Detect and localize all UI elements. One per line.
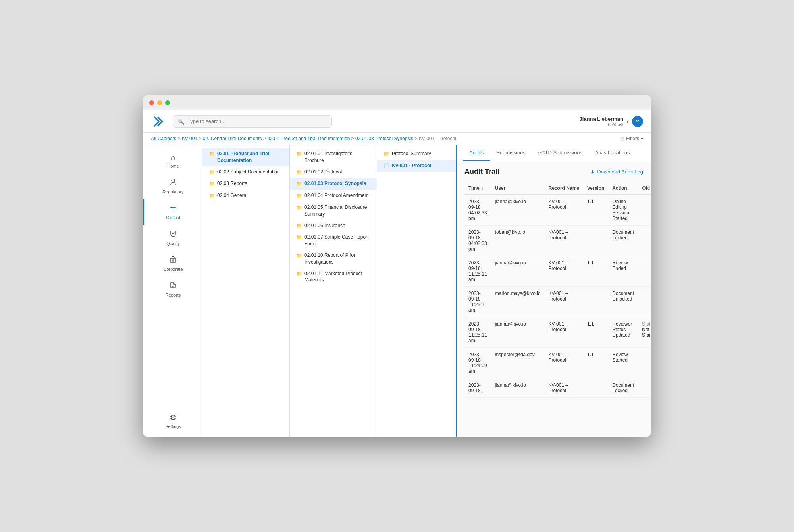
cell-version	[583, 226, 608, 256]
cell-version: 1.1	[583, 317, 608, 348]
minimize-button[interactable]	[157, 100, 162, 105]
tabs-bar: Audits Submissions eCTD Submissions Alia…	[457, 145, 651, 161]
cell-record-name: KV-001 – Protocol	[545, 378, 583, 398]
sidebar-item-quality[interactable]: Quality	[143, 225, 202, 251]
tab-audits[interactable]: Audits	[463, 145, 490, 161]
download-audit-log-button[interactable]: ⬇ Download Audit Log	[590, 169, 643, 175]
breadcrumb-central[interactable]: 02. Central Trial Documents	[203, 136, 262, 141]
tree-item-0201[interactable]: 📁 02.01 Product and Trial Documentation	[202, 148, 289, 166]
audit-content: Audit Trail ⬇ Download Audit Log Time ↕	[457, 161, 651, 437]
svg-rect-4	[172, 260, 174, 261]
search-input[interactable]	[187, 118, 328, 124]
tree-item-0204[interactable]: 📁 02.04 General	[202, 190, 289, 202]
breadcrumb-current: KV-001 - Protocol	[419, 136, 456, 141]
tab-submissions[interactable]: Submissions	[490, 145, 532, 161]
col-time[interactable]: Time ↕	[464, 182, 491, 195]
tree-item-020110[interactable]: 📁 02.01.10 Report of Prior Investigation…	[290, 250, 377, 268]
sidebar-item-label: Corporate	[164, 267, 183, 272]
cell-user: inspector@fda.gov	[491, 348, 545, 378]
maximize-button[interactable]	[165, 100, 170, 105]
logo	[151, 114, 167, 129]
sidebar-item-settings[interactable]: ⚙ Settings	[143, 408, 202, 434]
tree-item-020101[interactable]: 📁 02.01.01 Investigator's Brochure	[290, 148, 377, 166]
tree-item-label: 02.01.01 Investigator's Brochure	[304, 150, 372, 164]
tree-item-020104[interactable]: 📁 02.01.04 Protocol Amendment	[290, 190, 377, 202]
cell-version	[583, 287, 608, 317]
folder-icon: 📁	[209, 193, 215, 199]
folder-icon: 📁	[296, 253, 302, 259]
tree-item-kv001-protocol[interactable]: 📄 KV-001 - Protocol	[377, 160, 456, 172]
breadcrumb-kv001[interactable]: KV-001	[182, 136, 197, 141]
breadcrumb-bar: All Cabinets > KV-001 > 02. Central Tria…	[143, 133, 651, 145]
reports-icon	[169, 281, 177, 291]
help-button[interactable]: ?	[632, 116, 643, 127]
main-area: ⌂ Home Regulatory Clinical Quality	[143, 145, 651, 437]
cell-version	[583, 378, 608, 398]
tree-item-0203[interactable]: 📁 02.03 Reports	[202, 178, 289, 190]
app-window: 🔍 Jianna Lieberman Kivo Go ▾ ? All Cabin…	[143, 95, 651, 437]
cell-user: marion.mays@kivo.io	[491, 287, 545, 317]
tree-item-020111[interactable]: 📁 02.01.11 Marketed Product Materials	[290, 268, 377, 286]
clinical-icon	[169, 204, 177, 214]
tree-item-020105[interactable]: 📁 02.01.05 Financial Disclosure Summary	[290, 202, 377, 220]
cell-old-value	[638, 195, 651, 226]
regulatory-icon	[169, 178, 177, 188]
folder-icon: 📁	[296, 204, 302, 211]
table-row: 2023-09-18 11:25:11 amjianna@kivo.ioKV-0…	[464, 256, 651, 287]
filters-button[interactable]: ⊟ Filters ▾	[621, 136, 643, 141]
sidebar-item-label: Clinical	[166, 215, 180, 220]
folder-icon: 📁	[296, 151, 302, 158]
cell-action: Reviewer Status Updated	[608, 317, 638, 348]
breadcrumb-protocol-synopsis[interactable]: 02.01.03 Protocol Synopsis	[355, 136, 413, 141]
settings-icon: ⚙	[170, 413, 177, 422]
sidebar-item-label: Settings	[165, 424, 181, 429]
cell-user: jianna@kivo.io	[491, 256, 545, 287]
tree-item-label: 02.01.07 Sample Case Report Form	[304, 234, 372, 247]
tree-item-label: 02.01.06 Insurance	[304, 222, 345, 229]
breadcrumb-all-cabinets[interactable]: All Cabinets	[151, 136, 176, 141]
cell-version: 1.1	[583, 195, 608, 226]
sidebar-item-reports[interactable]: Reports	[143, 276, 202, 302]
tab-ectd[interactable]: eCTD Submissions	[532, 145, 589, 161]
cell-old-value: Status Not Started	[638, 317, 651, 348]
tab-alias[interactable]: Alias Locations	[589, 145, 636, 161]
cell-record-name: KV-001 – Protocol	[545, 256, 583, 287]
folder-icon: 📁	[296, 234, 302, 241]
col-old-value[interactable]: Old Value	[638, 182, 651, 195]
col-action[interactable]: Action	[608, 182, 638, 195]
close-button[interactable]	[149, 100, 154, 105]
quality-icon	[169, 229, 177, 239]
tree-item-020107[interactable]: 📁 02.01.07 Sample Case Report Form	[290, 231, 377, 250]
cell-record-name: KV-001 – Protocol	[545, 195, 583, 226]
tree-item-020102[interactable]: 📁 02.01.02 Protocol	[290, 166, 377, 178]
sidebar-item-corporate[interactable]: Corporate	[143, 251, 202, 276]
audit-title: Audit Trail	[464, 168, 499, 176]
cell-time: 2023-09-18 11:24:09 am	[464, 348, 491, 378]
breadcrumb-product-docs[interactable]: 02.01 Product and Trial Documentation	[267, 136, 350, 141]
svg-rect-3	[170, 258, 176, 262]
col-record-name[interactable]: Record Name	[545, 182, 583, 195]
user-name: Jianna Lieberman	[579, 116, 623, 122]
sidebar-item-home[interactable]: ⌂ Home	[143, 148, 202, 173]
cell-action: Document Unlocked	[608, 287, 638, 317]
search-bar[interactable]: 🔍	[173, 115, 332, 128]
tree-item-0202[interactable]: 📁 02.02 Subject Documentation	[202, 166, 289, 178]
cell-action: Online Editing Session Started	[608, 195, 638, 226]
sidebar-item-clinical[interactable]: Clinical	[143, 199, 202, 225]
sidebar-item-regulatory[interactable]: Regulatory	[143, 173, 202, 199]
cell-time: 2023-09-18 04:02:33 pm	[464, 195, 491, 226]
cell-record-name: KV-001 – Protocol	[545, 226, 583, 256]
chevron-down-icon[interactable]: ▾	[626, 119, 629, 124]
tree-item-020106[interactable]: 📁 02.01.06 Insurance	[290, 220, 377, 232]
cell-old-value	[638, 378, 651, 398]
corporate-icon	[169, 255, 177, 265]
col-user[interactable]: User	[491, 182, 545, 195]
tree-item-label: 02.01 Product and Trial Documentation	[217, 150, 285, 164]
user-info: Jianna Lieberman Kivo Go ▾ ?	[579, 116, 643, 127]
folder-icon: 📁	[296, 223, 302, 229]
sidebar-nav: ⌂ Home Regulatory Clinical Quality	[143, 145, 202, 437]
tree-item-protocol-summary[interactable]: 📁 Protocol Summary	[377, 148, 456, 160]
col-version[interactable]: Version	[583, 182, 608, 195]
tree-item-020103[interactable]: 📁 02.01.03 Protocol Synopsis	[290, 178, 377, 190]
cell-action: Document Locked	[608, 378, 638, 398]
